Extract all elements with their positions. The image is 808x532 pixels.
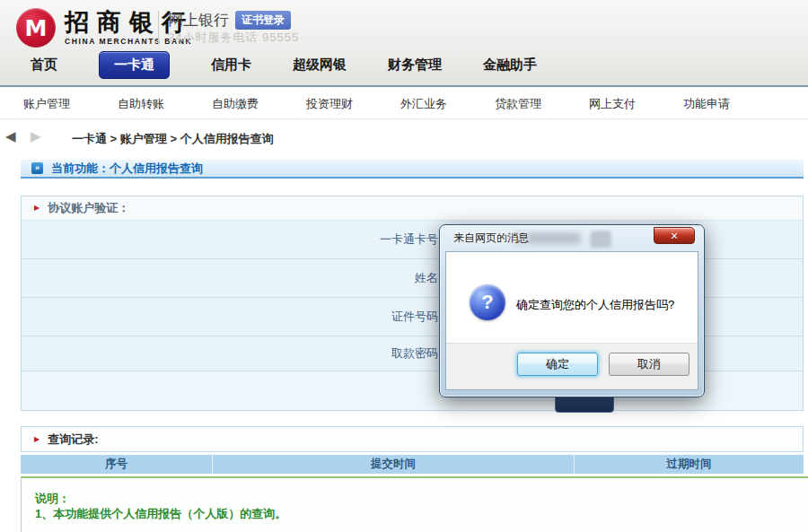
red-bullet-icon: ▶ xyxy=(34,436,40,443)
column-expiry-time: 过期时间 xyxy=(575,455,804,474)
subnav-account-mgmt[interactable]: 账户管理 xyxy=(23,96,70,112)
dialog-button-strip: 确定 取消 xyxy=(446,343,698,389)
withdraw-password-label: 取款密码： xyxy=(22,345,450,362)
close-icon[interactable]: ✕ xyxy=(654,227,695,244)
subnav-function-apply[interactable]: 功能申请 xyxy=(683,96,730,112)
question-icon: ? xyxy=(470,284,505,320)
subnav-forex[interactable]: 外汇业务 xyxy=(400,96,447,112)
nav-item-super-netbank[interactable]: 超级网银 xyxy=(293,52,347,78)
service-hotline: 24小时服务电话 95555 xyxy=(168,30,299,46)
verify-section-header: ▶ 协议账户验证： xyxy=(22,196,803,221)
dialog-title: 来自网页的消息 xyxy=(453,225,529,251)
current-function-label: 当前功能：个人信用报告查询 xyxy=(51,161,203,177)
back-arrow-icon[interactable]: ◀ xyxy=(5,128,16,144)
forward-arrow-icon[interactable]: ▶ xyxy=(31,128,41,144)
card-number-label: 一卡通卡号： xyxy=(22,231,450,248)
breadcrumb[interactable]: 一卡通 > 账户管理 > 个人信用报告查询 xyxy=(72,131,274,147)
sub-nav: 账户管理 自助转账 自助缴费 投资理财 外汇业务 贷款管理 网上支付 功能申请 xyxy=(0,89,808,119)
cert-login-badge[interactable]: 证书登录 xyxy=(235,11,291,30)
notes-area: 说明： 1、本功能提供个人信用报告（个人版）的查询。 xyxy=(21,476,808,532)
nav-item-finance-mgmt[interactable]: 财务管理 xyxy=(388,52,442,78)
query-records-title: 查询记录: xyxy=(48,432,98,448)
column-serial-number: 序号 xyxy=(21,455,213,474)
cmb-logo-icon: M xyxy=(16,8,56,48)
nav-item-home[interactable]: 首页 xyxy=(31,52,57,78)
dialog-title-bar[interactable]: 来自网页的消息 ✕ xyxy=(440,225,704,251)
subnav-loan-mgmt[interactable]: 贷款管理 xyxy=(495,96,541,112)
query-records-header: ▶ 查询记录: xyxy=(21,426,804,452)
current-function-bar: » 当前功能：个人信用报告查询 xyxy=(21,160,804,179)
notes-line-1: 1、本功能提供个人信用报告（个人版）的查询。 xyxy=(35,506,808,521)
subnav-self-transfer[interactable]: 自助转账 xyxy=(118,96,164,112)
blurred-dropdown-underlay xyxy=(591,231,610,247)
page-header: M 招商银行 CHINA MERCHANTS BANK 网上银行 证书登录 24… xyxy=(0,0,808,87)
product-title: 网上银行 xyxy=(168,10,229,31)
name-label: 姓名： xyxy=(22,270,450,286)
nav-item-finance-assistant[interactable]: 金融助手 xyxy=(483,52,537,78)
dialog-body: ? 确定查询您的个人信用报告吗? 确定 取消 xyxy=(445,251,698,390)
function-arrow-icon: » xyxy=(31,162,43,174)
breadcrumb-bar: ◀ ▶ 一卡通 > 账户管理 > 个人信用报告查询 xyxy=(0,120,808,156)
records-table-header: 序号 提交时间 过期时间 xyxy=(21,455,804,474)
id-number-label: 证件号码： xyxy=(22,309,450,325)
nav-item-credit-card[interactable]: 信用卡 xyxy=(211,52,251,78)
ok-button[interactable]: 确定 xyxy=(517,353,598,376)
red-bullet-icon: ▶ xyxy=(34,205,40,212)
subnav-online-payment[interactable]: 网上支付 xyxy=(589,96,636,112)
nav-item-all-in-one-card[interactable]: 一卡通 xyxy=(99,51,170,79)
cancel-button[interactable]: 取消 xyxy=(609,353,689,376)
webpage-message-dialog: 来自网页的消息 ✕ ? 确定查询您的个人信用报告吗? 确定 取消 xyxy=(439,224,705,397)
dialog-message: 确定查询您的个人信用报告吗? xyxy=(516,297,674,313)
subnav-self-payment[interactable]: 自助缴费 xyxy=(212,96,259,112)
main-nav: 首页 一卡通 信用卡 超级网银 财务管理 金融助手 xyxy=(31,51,537,79)
subnav-investment[interactable]: 投资理财 xyxy=(306,96,353,112)
notes-heading: 说明： xyxy=(35,491,808,506)
cmb-online-banking-page: M 招商银行 CHINA MERCHANTS BANK 网上银行 证书登录 24… xyxy=(0,0,808,532)
verify-section-title: 协议账户验证： xyxy=(48,200,129,216)
column-submit-time: 提交时间 xyxy=(213,455,575,474)
header-divider xyxy=(158,11,159,45)
